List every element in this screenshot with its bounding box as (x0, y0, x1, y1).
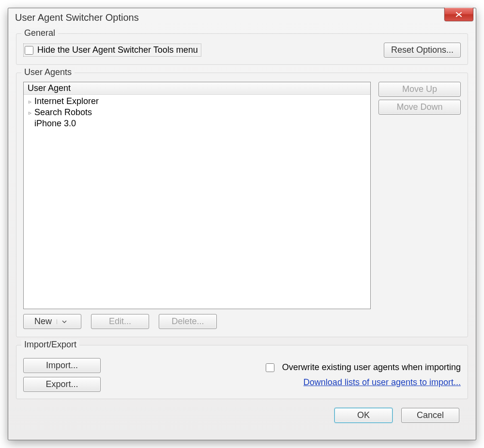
titlebar: User Agent Switcher Options (8, 8, 476, 26)
export-button[interactable]: Export... (23, 377, 101, 392)
new-button-label: New (34, 316, 52, 327)
overwrite-checkbox[interactable] (266, 363, 274, 372)
dialog-button-row: OK Cancel (16, 399, 468, 423)
tree-item-iphone-3[interactable]: ▹ iPhone 3.0 (26, 118, 368, 129)
options-dialog: User Agent Switcher Options General Hide… (8, 8, 476, 440)
window-title: User Agent Switcher Options (15, 12, 139, 23)
hide-menu-label: Hide the User Agent Switcher Tools menu (37, 45, 198, 55)
close-icon (455, 12, 463, 17)
tree-item-search-robots[interactable]: ▹ Search Robots (26, 107, 368, 118)
chevron-down-icon (62, 319, 67, 324)
import-button[interactable]: Import... (23, 358, 101, 373)
overwrite-checkbox-wrap[interactable]: Overwrite existing user agents when impo… (266, 362, 461, 373)
tree-item-label: Internet Explorer (34, 96, 99, 106)
expand-icon: ▹ (27, 98, 33, 105)
cancel-button[interactable]: Cancel (401, 408, 459, 423)
reset-options-button[interactable]: Reset Options... (384, 43, 461, 58)
general-group: General Hide the User Agent Switcher Too… (16, 33, 468, 65)
tree-column-header[interactable]: User Agent (24, 82, 370, 95)
import-export-group: Import/Export Import... Export... Overwr… (16, 345, 468, 399)
hide-menu-checkbox[interactable] (25, 46, 33, 55)
tree-item-label: iPhone 3.0 (34, 119, 76, 129)
hide-menu-checkbox-wrap[interactable]: Hide the User Agent Switcher Tools menu (23, 44, 201, 57)
user-agents-group: User Agents User Agent ▹ Internet Explor… (16, 73, 468, 337)
ok-button[interactable]: OK (334, 408, 393, 423)
overwrite-label: Overwrite existing user agents when impo… (282, 362, 461, 373)
download-lists-link[interactable]: Download lists of user agents to import.… (303, 377, 461, 388)
general-legend: General (21, 28, 58, 38)
user-agent-tree[interactable]: User Agent ▹ Internet Explorer ▹ Search … (23, 82, 371, 309)
move-up-button[interactable]: Move Up (378, 82, 461, 97)
delete-button[interactable]: Delete... (159, 314, 217, 329)
close-button[interactable] (444, 8, 473, 21)
edit-button[interactable]: Edit... (91, 314, 149, 329)
import-export-legend: Import/Export (21, 340, 79, 350)
expand-icon: ▹ (27, 109, 33, 116)
new-button[interactable]: New (23, 314, 81, 329)
move-down-button[interactable]: Move Down (378, 100, 461, 115)
new-button-dropdown[interactable] (57, 319, 67, 324)
tree-item-internet-explorer[interactable]: ▹ Internet Explorer (26, 96, 368, 107)
user-agents-legend: User Agents (21, 67, 75, 77)
tree-item-label: Search Robots (34, 107, 92, 118)
